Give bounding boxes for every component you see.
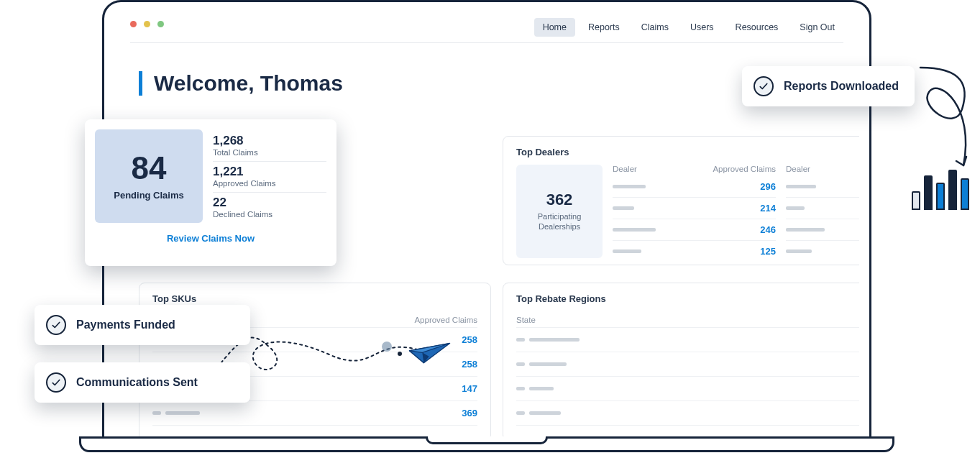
stat-label: Total Claims	[213, 148, 326, 157]
dealer-name-skeleton	[613, 206, 634, 210]
col-state: State	[516, 316, 536, 324]
close-dot[interactable]	[130, 21, 137, 27]
bar-icon	[948, 170, 957, 210]
participating-tile: 362 Participating Dealerships	[516, 165, 603, 258]
approved-claims-value: 246	[760, 224, 776, 235]
toast-label: Communications Sent	[76, 376, 198, 389]
pending-claims-card: 84 Pending Claims 1,268Total Claims1,221…	[85, 119, 336, 266]
panel-title: Top SKUs	[152, 293, 477, 304]
table-row[interactable]: 98	[786, 176, 859, 198]
state-name-skeleton	[516, 338, 580, 342]
col-claims: Approved Claims	[713, 165, 776, 173]
table-row[interactable]: 214	[613, 198, 776, 219]
dealer-list-left: Dealer Approved Claims 296214246125	[613, 165, 776, 262]
pending-label: Pending Claims	[114, 190, 184, 201]
nav-users[interactable]: Users	[682, 18, 723, 37]
table-row[interactable]: 246	[613, 219, 776, 241]
top-nav: HomeReportsClaimsUsersResourcesSign Out	[534, 18, 843, 37]
participating-label: Participating Dealerships	[516, 212, 603, 232]
table-row[interactable]: 314	[516, 328, 859, 352]
col-dealer: Dealer	[786, 165, 810, 173]
toast-payments-funded: Payments Funded	[35, 305, 250, 345]
bar-icon	[912, 191, 920, 210]
stat-value: 22	[213, 196, 326, 210]
stat-label: Approved Claims	[213, 179, 326, 188]
nav-home[interactable]: Home	[534, 18, 575, 37]
check-icon	[46, 372, 66, 393]
check-icon	[46, 315, 66, 335]
nav-resources[interactable]: Resources	[727, 18, 787, 37]
pending-count: 84	[132, 152, 167, 184]
participating-count: 362	[546, 191, 573, 209]
dealer-name-skeleton	[786, 185, 816, 188]
bar-icon	[961, 178, 969, 210]
dealer-name-skeleton	[786, 249, 812, 253]
panel-title: Top Rebate Regions	[516, 293, 859, 304]
dealer-name-skeleton	[786, 228, 825, 232]
approved-claims-value: 258	[462, 334, 477, 345]
maximize-dot[interactable]	[157, 21, 164, 27]
table-row[interactable]: 258	[516, 352, 859, 377]
table-row[interactable]: 369	[516, 401, 859, 426]
table-row[interactable]: 369	[152, 401, 477, 426]
page-title: Welcome, Thomas	[139, 71, 343, 96]
table-row[interactable]: 147	[516, 377, 859, 401]
approved-claims-value: 369	[462, 408, 477, 418]
nav-claims[interactable]: Claims	[633, 18, 677, 37]
toast-label: Payments Funded	[76, 319, 175, 331]
laptop-notch	[426, 436, 548, 444]
table-row[interactable]: 64	[786, 219, 859, 241]
approved-claims-value: 296	[760, 181, 776, 192]
top-dealers-panel: Top Dealers 362 Participating Dealership…	[503, 136, 859, 265]
state-name-skeleton	[516, 411, 561, 415]
toast-label: Reports Downloaded	[784, 80, 899, 93]
toast-communications-sent: Communications Sent	[35, 362, 250, 403]
stat-value: 1,221	[213, 165, 326, 179]
panel-title: Top Dealers	[516, 147, 859, 157]
review-claims-link[interactable]: Review Claims Now	[95, 233, 326, 244]
dealer-name-skeleton	[613, 249, 641, 253]
state-name-skeleton	[516, 387, 554, 390]
dealer-list-right: Dealer Approved Claims 987264153	[786, 165, 859, 262]
stat-value: 1,268	[213, 134, 326, 148]
table-row[interactable]: 153	[786, 241, 859, 262]
approved-claims-value: 214	[760, 203, 776, 214]
laptop-base	[79, 436, 894, 452]
dealer-name-skeleton	[786, 206, 805, 210]
table-row[interactable]: 72	[786, 198, 859, 219]
pending-tile[interactable]: 84 Pending Claims	[95, 129, 203, 223]
col-dealer: Dealer	[613, 165, 637, 173]
minimize-dot[interactable]	[144, 21, 150, 27]
stat-row: 1,221Approved Claims	[213, 162, 326, 193]
nav-reports[interactable]: Reports	[580, 18, 628, 37]
dealer-name-skeleton	[613, 228, 656, 232]
approved-claims-value: 258	[462, 359, 477, 370]
approved-claims-value: 147	[462, 383, 477, 394]
sku-name-skeleton	[152, 411, 200, 415]
approved-claims-value: 125	[760, 246, 776, 257]
stat-label: Declined Claims	[213, 210, 326, 219]
bar-icon	[936, 183, 945, 210]
top-regions-panel: Top Rebate Regions State Approved Claims…	[503, 283, 859, 436]
nav-sign-out[interactable]: Sign Out	[791, 18, 843, 37]
col-claims: Approved Claims	[414, 316, 477, 324]
table-row[interactable]: 296	[613, 176, 776, 198]
toast-reports-downloaded: Reports Downloaded	[742, 66, 915, 106]
state-name-skeleton	[516, 362, 567, 366]
check-icon	[754, 76, 774, 96]
dealer-name-skeleton	[613, 185, 646, 188]
stat-row: 1,268Total Claims	[213, 131, 326, 162]
stat-row: 22Declined Claims	[213, 193, 326, 223]
bar-chart-decoration	[912, 170, 969, 210]
table-row[interactable]: 125	[613, 241, 776, 262]
bar-icon	[924, 175, 933, 210]
nav-separator	[130, 42, 843, 43]
